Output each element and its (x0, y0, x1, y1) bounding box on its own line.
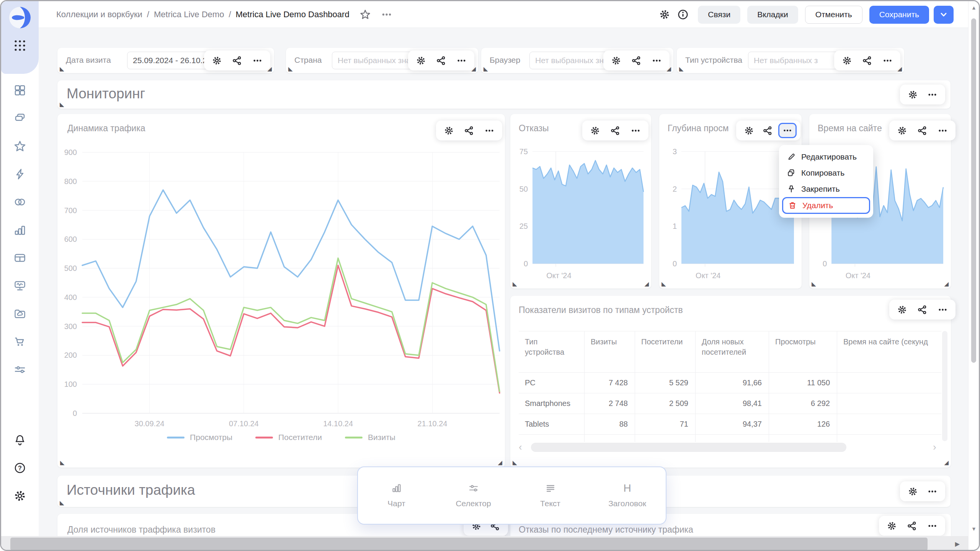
more-icon[interactable] (252, 55, 263, 66)
links-icon[interactable] (631, 55, 642, 66)
legend-item-visitors[interactable]: Посетители (255, 433, 322, 442)
legend-item-visits[interactable]: Визиты (345, 433, 395, 442)
resize-handle-icon[interactable]: ◣ (679, 66, 684, 72)
sidebar-item-services-icon[interactable] (13, 363, 26, 376)
gear-icon[interactable] (744, 126, 754, 136)
gear-icon[interactable] (897, 305, 907, 315)
more-icon[interactable] (938, 126, 948, 136)
gear-icon[interactable] (842, 55, 852, 66)
links-icon[interactable] (763, 126, 773, 136)
links-icon[interactable] (232, 55, 242, 66)
resize-handle-icon[interactable]: ◣ (60, 460, 65, 465)
resize-handle-icon[interactable]: ◣ (60, 66, 64, 72)
sidebar-item-charts-icon[interactable] (13, 223, 26, 236)
gear-icon[interactable] (212, 55, 222, 66)
save-dropdown-button[interactable] (934, 6, 954, 24)
legend-label: Визиты (368, 433, 395, 442)
more-icon[interactable] (927, 486, 938, 497)
svg-text:30.09.24: 30.09.24 (135, 419, 165, 428)
tabs-button[interactable]: Вкладки (747, 6, 798, 24)
more-icon[interactable] (882, 55, 893, 66)
cancel-button[interactable]: Отменить (805, 6, 862, 24)
links-icon[interactable] (862, 55, 872, 66)
svg-text:14.10.24: 14.10.24 (323, 419, 353, 428)
sidebar-item-marketplace-icon[interactable] (13, 335, 26, 348)
gear-icon[interactable] (416, 55, 426, 66)
more-icon[interactable] (927, 521, 938, 531)
palette-item-chart[interactable]: Чарт (358, 467, 435, 524)
resize-handle-icon[interactable]: ◣ (60, 500, 64, 505)
resize-handle-icon[interactable]: ◣ (288, 66, 293, 72)
resize-handle-icon[interactable]: ◣ (60, 101, 64, 107)
settings-gear-icon[interactable] (13, 489, 26, 502)
scroll-down-icon[interactable]: ▼ (971, 526, 977, 531)
gear-icon[interactable] (444, 126, 454, 136)
links-icon[interactable] (610, 126, 621, 136)
resize-handle-icon[interactable]: ◢ (498, 460, 502, 465)
links-icon[interactable] (907, 521, 917, 531)
menu-item-label: Удалить (802, 201, 833, 210)
favorite-star-icon[interactable] (359, 9, 371, 20)
sidebar-item-favorites-icon[interactable] (13, 140, 26, 153)
gear-icon[interactable] (590, 126, 600, 136)
palette-label: Чарт (387, 499, 405, 508)
more-icon[interactable] (456, 55, 467, 66)
table-horizontal-scrollbar[interactable] (531, 443, 846, 452)
gear-icon[interactable] (908, 486, 918, 497)
more-icon[interactable] (630, 126, 641, 136)
datalens-logo[interactable] (9, 7, 31, 29)
help-icon[interactable] (13, 461, 26, 474)
menu-item-delete[interactable]: Удалить (782, 197, 870, 214)
info-icon[interactable] (677, 9, 689, 20)
sidebar-item-tables-icon[interactable] (13, 251, 26, 264)
legend-label: Просмотры (190, 433, 232, 442)
breadcrumb-workbook[interactable]: Metrica Live Demo (154, 10, 224, 20)
more-icon[interactable] (484, 126, 495, 136)
links-icon[interactable] (917, 305, 928, 315)
palette-item-selector[interactable]: Селектор (435, 467, 512, 524)
more-icon[interactable] (927, 90, 938, 100)
links-icon[interactable] (436, 55, 446, 66)
menu-item-copy[interactable]: Копировать (782, 165, 870, 181)
breadcrumb-more-icon[interactable] (381, 9, 392, 20)
notifications-bell-icon[interactable] (13, 434, 26, 447)
page-vertical-scrollbar[interactable]: ▲ ▼ (968, 1, 979, 551)
resize-handle-icon[interactable]: ◣ (513, 460, 517, 465)
page-horizontal-scrollbar[interactable]: ▶ (1, 536, 970, 551)
table-scroll-left-icon[interactable]: ‹ (519, 442, 522, 452)
more-button-focused[interactable] (778, 123, 797, 138)
menu-item-pin[interactable]: Закрепить (782, 181, 870, 197)
gear-icon[interactable] (908, 90, 918, 100)
more-icon (782, 126, 792, 135)
apps-grid-icon[interactable] (12, 38, 28, 53)
sidebar-item-collections-icon[interactable] (13, 112, 26, 125)
relations-button[interactable]: Связи (698, 6, 740, 24)
vertical-scroll-thumb[interactable] (971, 18, 976, 363)
sidebar-item-monitoring-icon[interactable] (13, 279, 26, 292)
breadcrumb-collections[interactable]: Коллекции и воркбуки (56, 10, 142, 20)
gear-icon[interactable] (897, 126, 907, 136)
sidebar-item-datasets-icon[interactable] (13, 196, 26, 209)
scroll-right-icon[interactable]: ▶ (955, 541, 960, 547)
resize-handle-icon[interactable]: ◢ (944, 460, 949, 465)
links-icon[interactable] (464, 126, 474, 136)
sidebar-item-dashboards-icon[interactable] (13, 84, 26, 97)
more-icon[interactable] (938, 305, 948, 315)
links-icon[interactable] (917, 126, 928, 136)
dashboard-settings-icon[interactable] (659, 9, 670, 20)
menu-item-edit[interactable]: Редактировать (782, 149, 870, 165)
palette-item-heading[interactable]: H Заголовок (589, 467, 666, 524)
legend-item-views[interactable]: Просмотры (167, 433, 232, 442)
more-icon[interactable] (652, 55, 662, 66)
sidebar-item-connections-icon[interactable] (13, 168, 26, 181)
resize-handle-icon[interactable]: ◣ (483, 66, 488, 72)
palette-item-text[interactable]: Текст (512, 467, 589, 524)
save-button[interactable]: Сохранить (869, 6, 929, 24)
horizontal-scroll-thumb[interactable] (10, 538, 928, 551)
sidebar-item-storage-icon[interactable] (13, 307, 26, 320)
table-vertical-scrollbar[interactable] (942, 331, 947, 441)
gear-icon[interactable] (611, 55, 621, 66)
scroll-up-icon[interactable]: ▲ (971, 5, 977, 10)
table-scroll-right-icon[interactable]: › (933, 442, 936, 452)
gear-icon[interactable] (887, 521, 897, 531)
